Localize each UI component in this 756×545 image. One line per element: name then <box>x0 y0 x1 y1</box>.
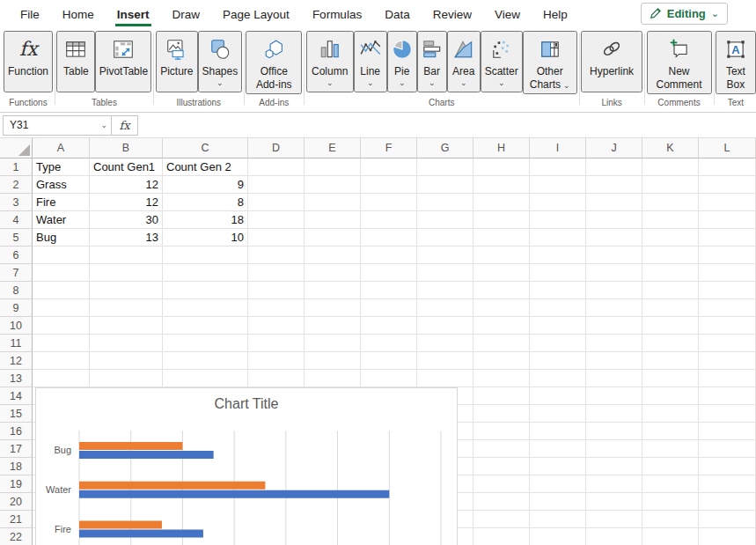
cell-I20[interactable] <box>530 493 586 511</box>
cell-J10[interactable] <box>586 317 642 335</box>
cell-C12[interactable] <box>163 352 248 370</box>
cell-B6[interactable] <box>90 247 163 264</box>
menu-tab-review[interactable]: Review <box>422 3 483 25</box>
cell-J9[interactable] <box>586 299 642 317</box>
cell-H18[interactable] <box>473 458 530 475</box>
cell-G3[interactable] <box>417 194 473 211</box>
cell-C3[interactable]: 8 <box>163 194 248 211</box>
cell-H2[interactable] <box>473 176 530 194</box>
text-box-button[interactable]: A Text Box <box>716 31 756 94</box>
cell-E2[interactable] <box>305 176 361 194</box>
cell-J5[interactable] <box>586 229 642 247</box>
cell-L4[interactable] <box>699 211 756 229</box>
column-header-G[interactable]: G <box>417 138 473 158</box>
cell-B3[interactable]: 12 <box>90 194 163 211</box>
cell-K17[interactable] <box>642 440 699 458</box>
cell-J19[interactable] <box>586 475 642 493</box>
cell-L21[interactable] <box>699 511 756 528</box>
cell-L6[interactable] <box>699 247 756 264</box>
cell-A2[interactable]: Grass <box>33 176 90 194</box>
cell-L8[interactable] <box>699 282 756 299</box>
editing-mode-button[interactable]: Editing ⌄ <box>641 3 728 25</box>
cell-G6[interactable] <box>417 247 473 264</box>
menu-tab-insert[interactable]: Insert <box>106 3 161 25</box>
cell-I4[interactable] <box>530 211 586 229</box>
cell-D8[interactable] <box>248 282 305 299</box>
column-header-J[interactable]: J <box>586 138 642 158</box>
cell-G5[interactable] <box>417 229 473 247</box>
cell-C6[interactable] <box>163 247 248 264</box>
cell-L2[interactable] <box>699 176 756 194</box>
cell-B9[interactable] <box>90 299 163 317</box>
cell-H17[interactable] <box>473 440 530 458</box>
row-header-8[interactable]: 8 <box>0 282 33 299</box>
cell-E4[interactable] <box>305 211 361 229</box>
cell-H22[interactable] <box>473 528 530 545</box>
cell-I10[interactable] <box>530 317 586 335</box>
cell-E13[interactable] <box>305 370 361 387</box>
cell-B4[interactable]: 30 <box>90 211 163 229</box>
cell-A10[interactable] <box>33 317 90 335</box>
cell-B13[interactable] <box>90 370 163 387</box>
cell-L18[interactable] <box>699 458 756 475</box>
cell-B8[interactable] <box>90 282 163 299</box>
cell-E9[interactable] <box>305 299 361 317</box>
column-header-A[interactable]: A <box>33 138 90 158</box>
cell-K15[interactable] <box>642 405 699 423</box>
cell-F10[interactable] <box>361 317 417 335</box>
cell-D7[interactable] <box>248 264 305 282</box>
row-header-19[interactable]: 19 <box>0 475 33 493</box>
cell-K7[interactable] <box>642 264 699 282</box>
cell-L13[interactable] <box>699 370 756 387</box>
cell-H11[interactable] <box>473 335 530 352</box>
cell-K4[interactable] <box>642 211 699 229</box>
cell-C11[interactable] <box>163 335 248 352</box>
column-header-L[interactable]: L <box>699 138 756 158</box>
table-button[interactable]: Table <box>56 31 95 92</box>
cell-H16[interactable] <box>473 423 530 440</box>
bar-fire-count-gen-2[interactable] <box>79 521 162 529</box>
cell-B7[interactable] <box>90 264 163 282</box>
insert-function-button[interactable]: fx <box>112 115 138 136</box>
cell-G1[interactable] <box>417 158 473 176</box>
bar-chart-button[interactable]: Bar ⌄ <box>417 31 447 92</box>
cell-L17[interactable] <box>699 440 756 458</box>
cell-J15[interactable] <box>586 405 642 423</box>
cell-A12[interactable] <box>33 352 90 370</box>
cell-G8[interactable] <box>417 282 473 299</box>
pivottable-button[interactable]: PivotTable <box>95 31 151 92</box>
cell-I21[interactable] <box>530 511 586 528</box>
cell-H7[interactable] <box>473 264 530 282</box>
cell-A1[interactable]: Type <box>33 158 90 176</box>
cell-L20[interactable] <box>699 493 756 511</box>
cell-H8[interactable] <box>473 282 530 299</box>
cell-K14[interactable] <box>642 387 699 405</box>
office-addins-button[interactable]: Office Add-ins <box>246 31 302 94</box>
cell-B1[interactable]: Count Gen1 <box>90 158 163 176</box>
cell-I5[interactable] <box>530 229 586 247</box>
cell-K11[interactable] <box>642 335 699 352</box>
cell-K20[interactable] <box>642 493 699 511</box>
column-header-H[interactable]: H <box>473 138 530 158</box>
row-header-9[interactable]: 9 <box>0 299 33 317</box>
bar-fire-count-gen1[interactable] <box>79 530 203 538</box>
cell-D13[interactable] <box>248 370 305 387</box>
cell-H12[interactable] <box>473 352 530 370</box>
row-header-3[interactable]: 3 <box>0 194 33 211</box>
cell-E6[interactable] <box>305 247 361 264</box>
cell-A13[interactable] <box>33 370 90 387</box>
cell-D5[interactable] <box>248 229 305 247</box>
cell-A6[interactable] <box>33 247 90 264</box>
cell-L3[interactable] <box>699 194 756 211</box>
cell-J12[interactable] <box>586 352 642 370</box>
cell-L7[interactable] <box>699 264 756 282</box>
cell-L19[interactable] <box>699 475 756 493</box>
cell-I1[interactable] <box>530 158 586 176</box>
column-header-F[interactable]: F <box>361 138 417 158</box>
cell-K9[interactable] <box>642 299 699 317</box>
pie-chart-button[interactable]: Pie ⌄ <box>387 31 417 92</box>
cell-F11[interactable] <box>361 335 417 352</box>
row-header-14[interactable]: 14 <box>0 387 33 405</box>
cell-J4[interactable] <box>586 211 642 229</box>
formula-input[interactable] <box>138 115 756 136</box>
